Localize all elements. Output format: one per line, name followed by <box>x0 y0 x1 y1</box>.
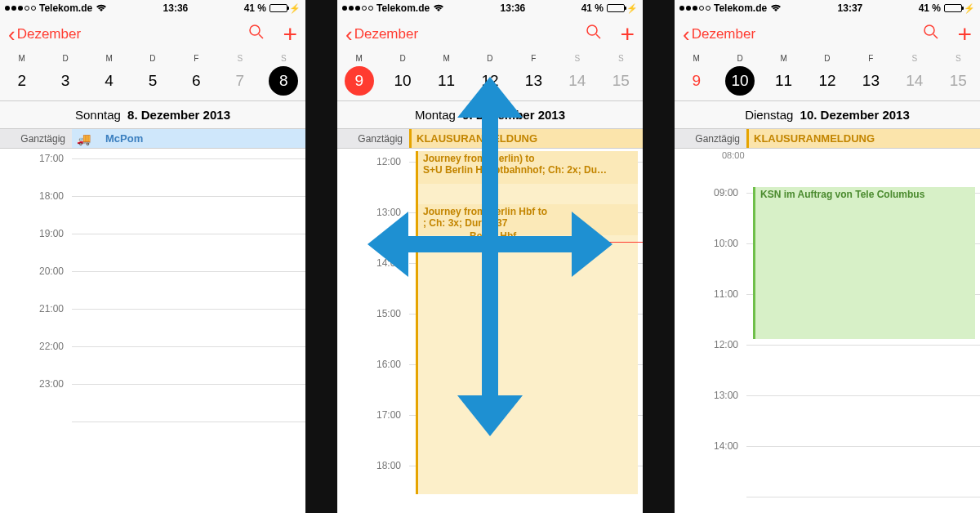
phone-screen-c: Telekom.de 13:37 41 % ⚡ ‹ Dezember + M <box>675 0 980 513</box>
day-of-week-row: M D M D F S S <box>337 52 643 63</box>
all-day-row: Ganztägig 🚚 McPom <box>0 129 305 149</box>
svg-point-2 <box>587 25 597 35</box>
date-9-selected[interactable]: 9 <box>345 66 374 96</box>
back-button[interactable]: ‹ Dezember <box>683 24 755 45</box>
date-10[interactable]: 10 <box>388 66 417 96</box>
wifi-icon <box>770 4 782 12</box>
calendar-event[interactable]: KSN im Auftrag von Tele Columbus <box>753 187 975 339</box>
date-8-selected[interactable]: 8 <box>269 66 298 96</box>
all-day-row: Ganztägig KLAUSURANMELDUNG <box>675 129 980 149</box>
back-button[interactable]: ‹ Dezember <box>8 24 81 45</box>
date-13[interactable]: 13 <box>856 66 885 96</box>
chevron-left-icon: ‹ <box>8 24 16 45</box>
add-event-button[interactable]: + <box>283 26 297 42</box>
carrier-label: Telekom.de <box>376 2 430 14</box>
calendar-event-background[interactable] <box>416 151 638 494</box>
phone-screen-b: Telekom.de 13:36 41 % ⚡ ‹ Dezember + M <box>337 0 643 513</box>
date-9-today[interactable]: 9 <box>682 66 711 96</box>
all-day-label: Ganztägig <box>675 129 746 148</box>
signal-strength-icon <box>342 6 373 11</box>
add-event-button[interactable]: + <box>620 26 635 42</box>
all-day-event[interactable]: KLAUSURANMELDUNG <box>746 129 980 148</box>
battery-pct: 41 % <box>919 2 941 14</box>
wifi-icon <box>96 4 107 12</box>
back-label: Dezember <box>692 26 755 42</box>
date-picker-row: 2 3 4 5 6 7 8 <box>0 63 305 101</box>
all-day-label: Ganztägig <box>0 129 72 148</box>
day-of-week-row: M D M D F S S <box>0 52 305 63</box>
now-dot-icon <box>406 239 412 245</box>
date-3[interactable]: 3 <box>51 66 80 96</box>
chevron-left-icon: ‹ <box>345 24 353 45</box>
date-14[interactable]: 14 <box>900 66 929 96</box>
date-5[interactable]: 5 <box>138 66 167 96</box>
date-12[interactable]: 12 <box>475 66 505 96</box>
hour-label-small: 08:00 <box>675 149 980 160</box>
date-7[interactable]: 7 <box>225 66 255 96</box>
date-header: Montag 9. Dezember 2013 <box>337 101 643 129</box>
battery-pct: 41 % <box>244 2 266 14</box>
nav-bar: ‹ Dezember + <box>675 16 980 52</box>
status-time: 13:36 <box>501 2 526 14</box>
nav-bar: ‹ Dezember + <box>337 16 643 52</box>
signal-strength-icon <box>679 6 710 11</box>
search-icon[interactable] <box>586 24 602 45</box>
svg-point-10 <box>924 25 934 35</box>
battery-icon: ⚡ <box>270 3 301 14</box>
calendar-event[interactable]: Journey from Berlin Hbf to ; Ch: 3x; Dur… <box>416 204 638 235</box>
day-of-week-row: M D M D F S S <box>675 52 980 63</box>
battery-pct: 41 % <box>581 2 604 14</box>
date-12[interactable]: 12 <box>813 66 842 96</box>
all-day-label: Ganztägig <box>337 129 409 148</box>
all-day-row: Ganztägig KLAUSURANMELDUNG <box>337 129 643 149</box>
day-timeline[interactable]: 09:00 10:00 11:00 12:00 13:00 14:00 KSN … <box>675 160 980 513</box>
date-header: Sonntag 8. Dezember 2013 <box>0 101 305 129</box>
date-picker-row: 9 10 11 12 13 14 15 <box>675 63 980 101</box>
battery-icon: ⚡ <box>944 3 975 14</box>
add-event-button[interactable]: + <box>957 26 972 42</box>
charging-bolt-icon: ⚡ <box>626 3 638 14</box>
date-10-selected[interactable]: 10 <box>725 66 755 96</box>
carrier-label: Telekom.de <box>39 2 92 14</box>
all-day-event[interactable]: 🚚 McPom <box>72 129 305 148</box>
day-timeline[interactable]: 12:00 13:00 14:00 15:00 16:00 17:00 18:0… <box>337 149 643 513</box>
svg-line-1 <box>259 34 263 38</box>
nav-bar: ‹ Dezember + <box>0 16 305 52</box>
svg-line-3 <box>596 34 600 38</box>
search-icon[interactable] <box>923 24 939 45</box>
phone-screen-a: Telekom.de 13:36 41 % ⚡ ‹ Dezember + M <box>0 0 305 513</box>
battery-icon: ⚡ <box>607 3 638 14</box>
date-2[interactable]: 2 <box>7 66 37 96</box>
all-day-event[interactable]: KLAUSURANMELDUNG <box>409 129 643 148</box>
status-bar: Telekom.de 13:36 41 % ⚡ <box>0 0 305 16</box>
date-6[interactable]: 6 <box>181 66 211 96</box>
charging-bolt-icon: ⚡ <box>964 3 975 14</box>
carrier-label: Telekom.de <box>714 2 767 14</box>
search-icon[interactable] <box>248 24 265 45</box>
date-11[interactable]: 11 <box>432 66 461 96</box>
date-picker-row: 9 10 11 12 13 14 15 <box>337 63 643 101</box>
date-13[interactable]: 13 <box>519 66 548 96</box>
svg-point-0 <box>250 25 260 35</box>
svg-line-11 <box>933 34 938 38</box>
date-4[interactable]: 4 <box>95 66 124 96</box>
date-header: Dienstag 10. Dezember 2013 <box>675 101 980 129</box>
calendar-event[interactable]: Journey from (Berlin) to S+U Berlin Haup… <box>416 151 638 184</box>
day-timeline[interactable]: 17:00 18:00 19:00 20:00 21:00 22:00 23:0… <box>0 149 305 459</box>
status-time: 13:37 <box>838 2 863 14</box>
back-label: Dezember <box>17 26 81 42</box>
date-15[interactable]: 15 <box>606 66 635 96</box>
status-bar: Telekom.de 13:36 41 % ⚡ <box>337 0 643 16</box>
back-button[interactable]: ‹ Dezember <box>345 24 418 45</box>
chevron-left-icon: ‹ <box>683 24 690 45</box>
date-14[interactable]: 14 <box>563 66 592 96</box>
signal-strength-icon <box>5 6 36 11</box>
charging-bolt-icon: ⚡ <box>289 3 301 14</box>
truck-icon: 🚚 <box>77 132 91 145</box>
status-bar: Telekom.de 13:37 41 % ⚡ <box>675 0 980 16</box>
status-time: 13:36 <box>163 2 189 14</box>
back-label: Dezember <box>354 26 418 42</box>
current-time-indicator: 13:36 Berlin Hbf <box>380 237 643 247</box>
date-11[interactable]: 11 <box>769 66 799 96</box>
date-15[interactable]: 15 <box>943 66 973 96</box>
